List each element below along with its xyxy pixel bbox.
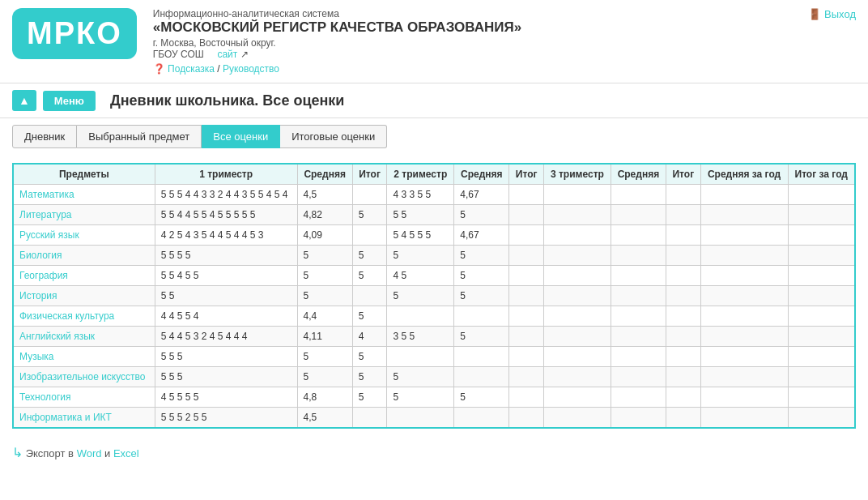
cell-subject[interactable]: Информатика и ИКТ xyxy=(13,408,155,429)
cell-subject[interactable]: История xyxy=(13,286,155,306)
cell-avg_year xyxy=(700,327,788,347)
cell-t3 xyxy=(544,266,611,286)
subject-link[interactable]: Информатика и ИКТ xyxy=(19,412,112,423)
cell-subject[interactable]: Русский язык xyxy=(13,225,155,246)
subject-link[interactable]: Музыка xyxy=(19,351,53,362)
table-row: Литература5 5 4 4 5 5 4 5 5 5 5 54,8255 … xyxy=(13,205,855,225)
back-button[interactable]: ▲ xyxy=(12,90,36,111)
school-info: ГБОУ СОШ сайт ↗ xyxy=(153,49,808,60)
cell-subject[interactable]: Музыка xyxy=(13,347,155,367)
cell-avg3 xyxy=(611,266,666,286)
table-row: Русский язык4 2 5 4 3 5 4 4 5 4 4 5 34,0… xyxy=(13,225,855,246)
cell-t1: 5 5 5 xyxy=(155,367,297,387)
cell-avg2: 4,67 xyxy=(454,225,509,246)
cell-subject[interactable]: Физическая культура xyxy=(13,306,155,327)
subject-link[interactable]: Изобразительное искусство xyxy=(19,371,146,382)
cell-itog_year xyxy=(788,327,855,347)
help-link[interactable]: Подсказка xyxy=(168,63,215,75)
cell-avg1: 4,09 xyxy=(297,225,352,246)
table-row: Изобразительное искусство5 5 5555 xyxy=(13,367,855,387)
tab-итоговые-оценки[interactable]: Итоговые оценки xyxy=(280,125,387,148)
cell-itog2 xyxy=(509,286,544,306)
cell-t1: 4 4 5 5 4 xyxy=(155,306,297,327)
cell-itog_year xyxy=(788,266,855,286)
org-name: «МОСКОВСКИЙ РЕГИСТР КАЧЕСТВА ОБРАЗОВАНИЯ… xyxy=(153,19,808,36)
tab-выбранный-предмет[interactable]: Выбранный предмет xyxy=(77,125,202,148)
cell-subject[interactable]: Технология xyxy=(13,387,155,408)
subject-link[interactable]: Литература xyxy=(19,209,72,220)
cell-itog2 xyxy=(509,367,544,387)
external-icon: ↗ xyxy=(240,49,249,60)
subject-link[interactable]: Биология xyxy=(19,250,62,261)
cell-avg3 xyxy=(611,347,666,367)
export-word-link[interactable]: Word xyxy=(77,447,102,459)
subject-link[interactable]: История xyxy=(19,290,57,301)
exit-icon: 🚪 xyxy=(808,8,821,20)
table-row: Физическая культура4 4 5 5 44,45 xyxy=(13,306,855,327)
cell-avg_year xyxy=(700,246,788,266)
grades-table: Предметы 1 триместр Средняя Итог 2 триме… xyxy=(12,163,856,429)
cell-avg3 xyxy=(611,408,666,429)
tab-дневник[interactable]: Дневник xyxy=(12,125,77,148)
table-row: Музыка5 5 555 xyxy=(13,347,855,367)
cell-t3 xyxy=(544,408,611,429)
subject-link[interactable]: Английский язык xyxy=(19,331,95,342)
cell-avg_year xyxy=(700,387,788,408)
cell-t2: 5 5 xyxy=(387,205,454,225)
cell-itog_year xyxy=(788,367,855,387)
cell-subject[interactable]: География xyxy=(13,266,155,286)
cell-avg1: 4,8 xyxy=(297,387,352,408)
cell-t2: 5 xyxy=(387,387,454,408)
subject-link[interactable]: Математика xyxy=(19,189,74,200)
cell-avg1: 5 xyxy=(297,367,352,387)
cell-itog2 xyxy=(509,347,544,367)
table-row: История5 5555 xyxy=(13,286,855,306)
subject-link[interactable]: Технология xyxy=(19,391,71,403)
cell-avg1: 4,5 xyxy=(297,408,352,429)
cell-subject[interactable]: Английский язык xyxy=(13,327,155,347)
cell-itog_year xyxy=(788,286,855,306)
cell-itog2 xyxy=(509,387,544,408)
cell-avg3 xyxy=(611,246,666,266)
export-prefix: Экспорт в xyxy=(26,447,74,459)
cell-subject[interactable]: Биология xyxy=(13,246,155,266)
table-header-row: Предметы 1 триместр Средняя Итог 2 триме… xyxy=(13,164,855,185)
subject-link[interactable]: География xyxy=(19,270,68,281)
cell-itog3 xyxy=(666,387,700,408)
guide-link[interactable]: Руководство xyxy=(223,63,279,75)
cell-avg1: 5 xyxy=(297,266,352,286)
cell-itog3 xyxy=(666,205,700,225)
cell-subject[interactable]: Математика xyxy=(13,185,155,205)
cell-avg_year xyxy=(700,408,788,429)
exit-link[interactable]: 🚪 Выход xyxy=(808,8,856,20)
logo-text: МРКО xyxy=(27,16,122,51)
system-name: Информационно-аналитическая система xyxy=(153,8,808,19)
subject-link[interactable]: Русский язык xyxy=(19,229,79,241)
cell-t3 xyxy=(544,367,611,387)
export-conjunction: и xyxy=(104,447,113,459)
cell-subject[interactable]: Литература xyxy=(13,205,155,225)
tab-все-оценки[interactable]: Все оценки xyxy=(202,125,280,148)
cell-avg1: 4,4 xyxy=(297,306,352,327)
export-excel-link[interactable]: Excel xyxy=(113,447,139,459)
col-itog-year: Итог за год xyxy=(788,164,855,185)
cell-avg3 xyxy=(611,286,666,306)
cell-subject[interactable]: Изобразительное искусство xyxy=(13,367,155,387)
tabs: ДневникВыбранный предметВсе оценкиИтогов… xyxy=(0,118,868,155)
col-avg3: Средняя xyxy=(611,164,666,185)
col-avg2: Средняя xyxy=(454,164,509,185)
cell-itog3 xyxy=(666,185,700,205)
cell-itog2 xyxy=(509,205,544,225)
subject-link[interactable]: Физическая культура xyxy=(19,310,114,322)
cell-avg1: 4,82 xyxy=(297,205,352,225)
menu-button[interactable]: Меню xyxy=(43,91,96,111)
site-link[interactable]: сайт xyxy=(217,49,237,60)
cell-itog3 xyxy=(666,246,700,266)
cell-itog1: 5 xyxy=(352,367,387,387)
cell-avg_year xyxy=(700,286,788,306)
cell-itog3 xyxy=(666,225,700,246)
cell-itog3 xyxy=(666,286,700,306)
cell-avg2: 5 xyxy=(454,266,509,286)
nav-bar: ▲ Меню Дневник школьника. Все оценки xyxy=(0,83,868,118)
export-bar: ↳ Экспорт в Word и Excel xyxy=(0,437,868,468)
